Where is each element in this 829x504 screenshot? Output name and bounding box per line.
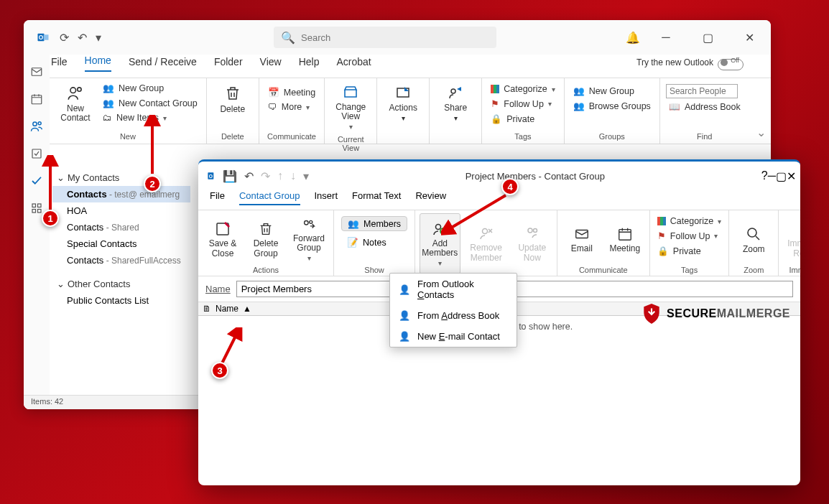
actions-button[interactable]: Actions▾ xyxy=(383,81,423,125)
public-contacts-list-folder[interactable]: Public Contacts List xyxy=(52,292,190,309)
meeting-button[interactable]: Meeting xyxy=(605,213,645,266)
more-button[interactable]: 🗨More xyxy=(265,101,318,113)
help-button[interactable]: ? xyxy=(761,169,768,182)
notes-button[interactable]: 📝Notes xyxy=(341,235,407,249)
update-now-button[interactable]: Update Now xyxy=(512,213,552,274)
qat-dropdown-icon[interactable]: ▾ xyxy=(96,31,101,45)
delete-group-button[interactable]: Delete Group xyxy=(246,213,286,266)
child-window-title: Project Members - Contact Group xyxy=(466,171,605,182)
minimize-button[interactable]: ─ xyxy=(768,169,776,182)
search-icon: 🔍 xyxy=(281,31,295,45)
add-members-button[interactable]: Add Members xyxy=(420,213,460,274)
svg-point-28 xyxy=(748,228,756,237)
my-contacts-header[interactable]: ⌄My Contacts xyxy=(52,169,190,186)
contact-group-icon: 👥 xyxy=(103,98,114,108)
other-contacts-header[interactable]: ⌄Other Contacts xyxy=(52,276,190,292)
special-contacts-folder[interactable]: Special Contacts xyxy=(52,235,190,252)
svg-rect-27 xyxy=(619,229,631,240)
svg-point-24 xyxy=(528,228,532,233)
search-people-input[interactable] xyxy=(666,84,738,98)
maximize-button[interactable]: ▢ xyxy=(692,27,723,48)
todo-check-icon[interactable] xyxy=(28,172,45,190)
tab-folder[interactable]: Folder xyxy=(214,56,243,72)
new-contact-button[interactable]: New Contact xyxy=(55,81,96,126)
ribbon-collapse-icon[interactable]: ⌄ xyxy=(749,121,771,144)
new-items-icon: 🗂 xyxy=(103,113,112,123)
search-box[interactable]: 🔍 xyxy=(274,27,496,48)
svg-rect-11 xyxy=(44,34,49,40)
follow-up-button[interactable]: ⚑Follow Up xyxy=(488,97,557,111)
tab-send-receive[interactable]: Send / Receive xyxy=(129,56,197,72)
notifications-bell-icon[interactable]: 🔔 xyxy=(626,31,640,45)
ribbon-group-tags: Categorize ⚑Follow Up 🔒Private Tags xyxy=(482,78,564,144)
undo-icon[interactable]: ↶ xyxy=(78,31,87,45)
calendar-icon[interactable] xyxy=(28,90,45,108)
email-button[interactable]: Email xyxy=(562,213,602,266)
new-contact-group-button[interactable]: 👥New Contact Group xyxy=(100,96,200,110)
share-button[interactable]: Share▾ xyxy=(435,81,476,125)
contacts-sfa-folder[interactable]: Contacts - SharedFullAccess xyxy=(52,252,190,269)
private-button[interactable]: 🔒Private xyxy=(654,244,724,258)
follow-up-button[interactable]: ⚑Follow Up xyxy=(654,229,724,243)
delete-button[interactable]: Delete xyxy=(213,81,253,117)
hoa-folder[interactable]: HOA xyxy=(52,202,190,219)
qat-dropdown-icon[interactable]: ▾ xyxy=(303,169,309,183)
meeting-button[interactable]: 📅Meeting xyxy=(265,85,318,99)
tab-view[interactable]: View xyxy=(260,56,282,72)
new-contact-label: New Contact xyxy=(60,104,91,123)
child-group-actions: Save & Close Delete Group Forward Group … xyxy=(198,210,334,276)
svg-point-20 xyxy=(310,220,312,223)
close-button[interactable]: ✕ xyxy=(787,169,796,183)
child-tab-format-text[interactable]: Format Text xyxy=(352,190,401,205)
try-new-toggle[interactable]: Off xyxy=(718,59,744,70)
group-label-find: Find xyxy=(666,131,744,142)
tab-help[interactable]: Help xyxy=(299,56,320,72)
sync-icon[interactable]: ⟳ xyxy=(60,31,69,45)
search-input[interactable] xyxy=(301,32,489,43)
zoom-button[interactable]: Zoom xyxy=(733,213,774,266)
ribbon-group-current-view: Change View Current View xyxy=(325,78,377,144)
change-view-button[interactable]: Change View xyxy=(330,81,371,134)
private-button[interactable]: 🔒Private xyxy=(488,112,557,126)
maximize-button[interactable]: ▢ xyxy=(776,169,787,183)
save-close-button[interactable]: Save & Close xyxy=(203,213,243,266)
tab-acrobat[interactable]: Acrobat xyxy=(336,56,371,72)
child-tab-review[interactable]: Review xyxy=(415,190,446,205)
mail-icon[interactable] xyxy=(28,63,45,80)
contacts-folder-selected[interactable]: Contacts - test@ emailmerg xyxy=(52,186,190,202)
save-icon[interactable]: 💾 xyxy=(223,169,237,183)
child-tab-file[interactable]: File xyxy=(210,190,225,205)
up-arrow-icon[interactable]: ↑ xyxy=(277,169,283,182)
down-arrow-icon[interactable]: ↓ xyxy=(290,169,296,182)
people-icon[interactable] xyxy=(28,118,45,135)
dd-from-address-book[interactable]: 👤From Address Book xyxy=(390,305,517,326)
close-button[interactable]: ✕ xyxy=(733,27,765,48)
child-tab-insert[interactable]: Insert xyxy=(315,190,338,205)
forward-group-button[interactable]: Forward Group xyxy=(289,213,329,266)
tasks-flag-icon[interactable] xyxy=(28,145,45,162)
list-column-name[interactable]: Name xyxy=(216,304,238,314)
redo-icon[interactable]: ↷ xyxy=(261,169,270,183)
new-group-button-2[interactable]: 👥New Group xyxy=(570,84,654,98)
immersive-reader-button[interactable]: Immersive Reader xyxy=(783,213,800,266)
new-group-button[interactable]: 👥New Group xyxy=(100,81,200,95)
child-tab-contact-group[interactable]: Contact Group xyxy=(239,190,300,205)
browse-groups-button[interactable]: 👥Browse Groups xyxy=(570,99,654,113)
categorize-button[interactable]: Categorize xyxy=(488,83,557,95)
dd-new-email-contact[interactable]: 👤New E-mail Contact xyxy=(390,326,517,347)
address-book-button[interactable]: 📖Address Book xyxy=(666,100,744,113)
sort-asc-icon: ▲ xyxy=(243,304,251,314)
minimize-button[interactable]: ─ xyxy=(650,27,682,48)
remove-member-button[interactable]: Remove Member xyxy=(463,213,509,274)
new-items-button[interactable]: 🗂New Items xyxy=(100,111,200,124)
contacts-icon: 👤 xyxy=(399,284,410,295)
dd-from-outlook-contacts[interactable]: 👤From Outlook Contacts xyxy=(390,274,517,305)
svg-rect-4 xyxy=(32,149,41,158)
contacts-shared-folder[interactable]: Contacts - Shared xyxy=(52,219,190,235)
svg-point-19 xyxy=(305,220,309,225)
tab-home[interactable]: Home xyxy=(85,55,111,72)
tab-file[interactable]: File xyxy=(51,56,68,72)
undo-icon[interactable]: ↶ xyxy=(244,169,254,183)
categorize-button[interactable]: Categorize xyxy=(654,215,724,228)
members-button[interactable]: 👥Members xyxy=(341,216,407,231)
